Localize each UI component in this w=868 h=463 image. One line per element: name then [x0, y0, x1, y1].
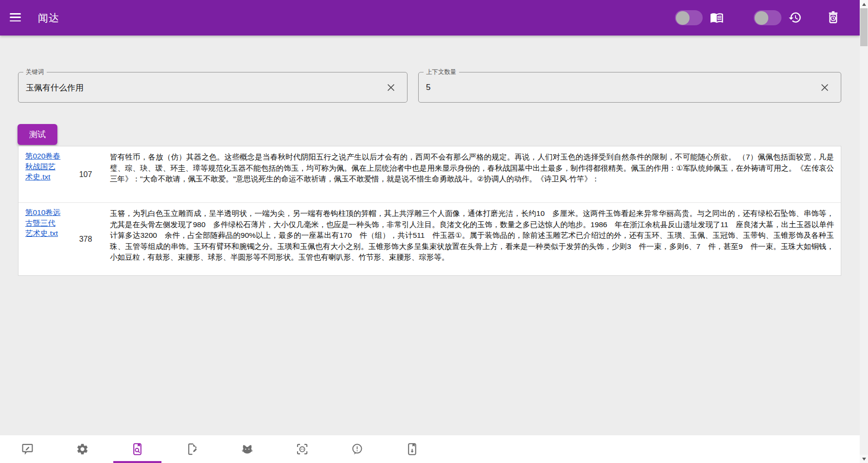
- history-icon[interactable]: [788, 11, 802, 24]
- header-toggle-1[interactable]: [675, 10, 703, 25]
- keyword-field-value[interactable]: 玉佩有什么作用: [26, 82, 84, 93]
- nav-tab-feedback[interactable]: [0, 435, 55, 463]
- nav-tab-cat[interactable]: [220, 435, 275, 463]
- bottom-nav: [0, 435, 860, 463]
- result-file-link[interactable]: 第010卷远古暨三代艺术史.txt: [25, 208, 60, 237]
- menu-book-icon[interactable]: [710, 11, 724, 24]
- search-form: 关键词 玉佩有什么作用 上下文数量 5: [18, 72, 841, 103]
- toggle-knob: [676, 11, 690, 25]
- nav-tab-message-alert[interactable]: [330, 435, 385, 463]
- vertical-scrollbar[interactable]: [860, 0, 868, 463]
- context-count-field[interactable]: 上下文数量 5: [418, 72, 841, 103]
- result-file-cell: 第020卷春秋战国艺术史.txt: [18, 146, 63, 202]
- result-text: 玉簪，为乳白色玉立雕而成，呈半透明状，一端为尖，另一端有卷钩柱顶的笄帽，其上共浮…: [108, 203, 841, 275]
- keyword-clear-icon close-icon[interactable]: [386, 82, 396, 93]
- scrollbar-up-arrow-icon[interactable]: [860, 0, 868, 8]
- header-toggle-2[interactable]: [754, 10, 781, 25]
- scrollbar-down-arrow-icon[interactable]: [860, 455, 868, 463]
- nav-tab-face-recognition[interactable]: [275, 435, 330, 463]
- auto-delete-icon[interactable]: [827, 11, 840, 24]
- table-row: 第010卷远古暨三代艺术史.txt 378 玉簪，为乳白色玉立雕而成，呈半透明状…: [18, 203, 841, 275]
- context-clear-icon close-icon[interactable]: [819, 82, 830, 93]
- menu-hamburger-icon[interactable]: [10, 13, 21, 22]
- face-recognition-icon: [296, 443, 309, 456]
- toggle-knob: [755, 11, 768, 25]
- nav-tab-document-edit[interactable]: [165, 435, 220, 463]
- result-file-cell: 第010卷远古暨三代艺术史.txt: [18, 203, 63, 275]
- nav-tab-knowledge-download[interactable]: [385, 435, 440, 463]
- context-count-label: 上下文数量: [424, 68, 459, 76]
- result-count: 107: [63, 146, 108, 202]
- app-header: 闻达: [0, 0, 860, 36]
- scrollbar-thumb[interactable]: [860, 8, 868, 46]
- knowledge-download-icon: [406, 443, 419, 456]
- feedback-draft-icon: [21, 443, 34, 456]
- cat-icon: [241, 443, 254, 456]
- knowledge-search-icon: [131, 443, 144, 456]
- table-row: 第020卷春秋战国艺术史.txt 107 皆有牲币，各放（仿）其器之色。这些概念…: [18, 146, 841, 203]
- document-edit-icon: [186, 443, 199, 456]
- nav-tab-settings[interactable]: [55, 435, 110, 463]
- context-count-value[interactable]: 5: [426, 83, 430, 92]
- keyword-field-label: 关键词: [23, 68, 47, 76]
- keyword-field[interactable]: 关键词 玉佩有什么作用: [18, 72, 407, 103]
- results-table: 第020卷春秋战国艺术史.txt 107 皆有牲币，各放（仿）其器之色。这些概念…: [18, 146, 841, 276]
- result-count: 378: [63, 203, 108, 275]
- settings-gear-icon: [76, 443, 89, 456]
- app-title: 闻达: [38, 11, 59, 25]
- message-alert-icon: [351, 443, 364, 456]
- nav-tab-knowledge-search[interactable]: [110, 435, 165, 463]
- result-text: 皆有牲币，各放（仿）其器之色。这些概念是当春秋时代阴阳五行之说产生以后才会有的，…: [108, 146, 841, 202]
- result-file-link[interactable]: 第020卷春秋战国艺术史.txt: [25, 152, 60, 181]
- test-button[interactable]: 测试: [18, 124, 57, 145]
